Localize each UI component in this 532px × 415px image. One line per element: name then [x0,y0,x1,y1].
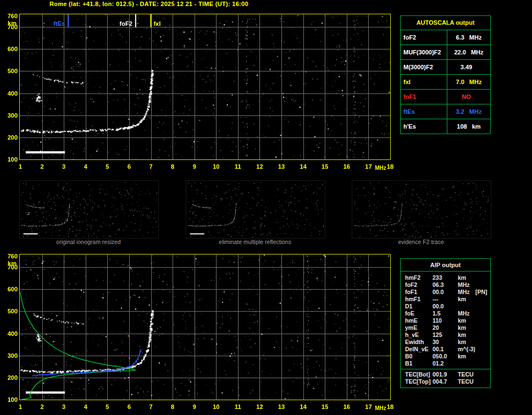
parameter-label: foF1 [405,289,433,296]
thumbnail-caption: evidence F2 trace [352,239,490,245]
parameter-label: hmF2 [405,274,433,281]
table-row: Ewidth 30 km [401,339,490,346]
thumbnail-caption: eliminate multiple reflections [186,239,324,245]
parameter-value: 01.2 [433,360,458,367]
parameter-value: 7.0MHz [447,75,490,89]
parameter-unit: m^(-3) [458,346,475,353]
table-row: TEC[Bot] 001.9 TECU [401,371,490,378]
parameter-value: 108km [447,119,490,134]
parameter-note: [PN] [475,289,490,296]
parameter-value: 110 [433,317,458,324]
parameter-label: h_vE [405,331,433,339]
parameter-value: 00.0 [433,303,458,310]
parameter-value: --- [433,296,458,303]
table-row: TEC[Top] 004.7 TECU [401,378,490,385]
parameter-value: 30 [433,339,458,346]
table-row: hmF1 --- km [401,296,490,303]
parameter-label: foF1 [401,90,447,104]
parameter-label: DelN_vE [405,346,433,353]
parameter-label: D1 [405,303,433,310]
parameter-label: Ewidth [405,339,433,346]
table-row: D1 00.0 [401,303,490,310]
table-row: hmF2 233 km [401,274,490,281]
parameter-value: 6.3MHz [447,30,490,45]
parameter-unit: MHz [458,310,475,317]
table-row: fxI 7.0MHz [401,75,490,90]
parameter-unit: km [458,317,475,324]
table-row: hmE 110 km [401,317,490,324]
table-row: ftEs 3.2MHz [401,104,490,119]
parameter-value: NO [447,90,490,104]
table-row: ymE 20 km [401,324,490,331]
value-number: 3.2 [456,104,464,119]
parameter-unit: km [458,331,475,339]
autoscala-output-table: AUTOSCALA output foF2 6.3MHz MUF(3000)F2… [400,15,491,134]
aip-table-header: AIP output [401,259,490,272]
aip-output-table: AIP output hmF2 233 km foF2 06.3 MHz foF… [400,258,491,388]
parameter-label: ymE [405,324,433,331]
parameter-note [475,353,490,360]
parameter-label: fxI [401,75,447,89]
parameter-unit [458,303,475,310]
parameter-note [475,303,490,310]
parameter-note [475,281,490,289]
parameter-note [475,296,490,303]
parameter-note [475,360,490,367]
parameter-label: foF2 [401,30,447,45]
parameter-value: 001.9 [433,371,458,378]
value-number: NO [462,90,471,104]
value-unit: MHz [469,75,482,89]
parameter-note [475,331,490,339]
parameter-unit: TECU [458,378,475,385]
parameter-label: hmF1 [405,296,433,303]
parameter-value: 22.0MHz [447,45,490,59]
parameter-note [475,317,490,324]
parameter-value: 06.3 [433,281,458,289]
table-row: DelN_vE 00.1 m^(-3) [401,346,490,353]
value-unit: MHz [471,45,484,59]
table-row: MUF(3000)F2 22.0MHz [401,45,490,60]
parameter-note [475,324,490,331]
parameter-label: foF2 [405,281,433,289]
value-unit: MHz [469,104,482,119]
parameter-note [475,339,490,346]
table-row: B0 050.0 km [401,353,490,360]
parameter-value: 233 [433,274,458,281]
table-row: foF2 06.3 MHz [401,281,490,289]
table-row: h_vE 125 km [401,331,490,339]
processing-thumbnail-original [19,180,159,239]
parameter-label: hmE [405,317,433,324]
thumbnail-caption: original ionogram resized [19,239,158,245]
value-number: 6.3 [456,30,464,45]
parameter-label: B1 [405,360,433,367]
parameter-unit: km [458,324,475,331]
table-row: foF2 6.3MHz [401,30,490,45]
autoscala-table-header: AUTOSCALA output [401,16,490,30]
value-unit: km [472,119,481,134]
parameter-label: MUF(3000)F2 [401,45,447,59]
parameter-unit: km [458,353,475,360]
parameter-label: B0 [405,353,433,360]
table-row: foF1 00.0 MHz [PN] [401,289,490,296]
parameter-note [475,310,490,317]
table-row: foE 1.5 MHz [401,310,490,317]
parameter-value: 3.49 [447,60,490,74]
parameter-value: 1.5 [433,310,458,317]
main-ionogram-chart [0,8,401,173]
table-row: foF1 NO [401,90,490,104]
value-number: 3.49 [461,60,472,74]
processing-thumbnail-cleaned [186,180,325,239]
parameter-value: 125 [433,331,458,339]
value-unit: MHz [469,30,482,45]
table-row: h'Es 108km [401,119,490,134]
parameter-label: h'Es [401,119,447,134]
parameter-value: 20 [433,324,458,331]
parameter-label: TEC[Top] [405,378,433,385]
station-title: Rome (lat: +41.8, lon: 012.5) - DATE: 20… [49,1,248,7]
table-row: M(3000)F2 3.49 [401,60,490,75]
value-number: 108 [457,119,467,134]
processing-thumbnail-f2-trace [352,180,491,239]
parameter-unit: TECU [458,371,475,378]
table-row: B1 01.2 [401,360,490,367]
value-number: 22.0 [454,45,465,59]
